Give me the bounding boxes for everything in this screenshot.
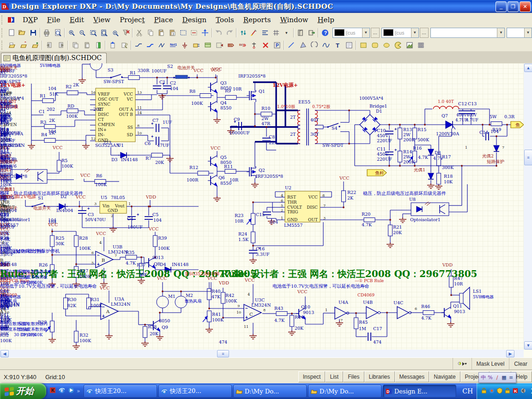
bezier-icon[interactable] <box>320 40 332 51</box>
tab-schematic-document[interactable]: 电鱼机原理图(自制).SCHDOC <box>1 53 107 63</box>
net-label-icon[interactable]: Net1 <box>167 40 179 51</box>
langbar-icon-2[interactable]: / <box>494 375 500 381</box>
menu-view[interactable]: View <box>89 14 115 25</box>
quicklaunch-chevron[interactable]: » <box>77 388 80 394</box>
selection-filter-dropdown[interactable]: ▼ <box>430 28 505 38</box>
wizard-pencil-icon[interactable] <box>249 27 260 38</box>
quicklaunch-launcher-icon[interactable]: K <box>49 387 56 396</box>
clip-paste-icon[interactable] <box>81 40 92 51</box>
langbar-icon-4[interactable]: ≡ <box>508 375 514 381</box>
graphic-icon[interactable] <box>404 40 415 51</box>
preview-icon[interactable] <box>52 27 63 38</box>
minimize-button[interactable]: _ <box>496 1 507 12</box>
wire-icon[interactable] <box>133 40 144 51</box>
part-icon[interactable] <box>190 40 202 51</box>
polygon-icon[interactable] <box>297 40 308 51</box>
langbar-icon-0[interactable]: 中 <box>480 374 486 381</box>
clip-copy-icon[interactable] <box>69 40 81 51</box>
horizontal-scrollbar[interactable]: ◀ ≡ ▶ <box>0 350 524 357</box>
color-browse-button[interactable]: ... <box>371 28 380 38</box>
color-dropdown-2[interactable]: (cus▼ <box>381 28 419 38</box>
deselect-icon[interactable] <box>189 27 200 38</box>
undo-icon[interactable] <box>213 27 224 38</box>
zoom-area-icon[interactable] <box>88 27 99 38</box>
port-icon[interactable]: D1 <box>225 40 236 51</box>
panel-button-libraries[interactable]: Libraries <box>364 371 395 382</box>
redo-icon[interactable] <box>224 27 235 38</box>
scale-dropdown[interactable]: ▼ <box>507 28 532 38</box>
vertical-scroll-thumb[interactable]: ≡ <box>524 150 532 165</box>
text-frame-icon[interactable] <box>343 40 355 51</box>
menu-reports[interactable]: Reports <box>239 14 276 25</box>
lib-extract-icon[interactable] <box>306 27 317 38</box>
line-icon[interactable] <box>285 40 297 51</box>
paste-recall-icon[interactable]: 3 <box>167 27 178 38</box>
mask-level-icon-button[interactable] <box>453 358 472 370</box>
zoom-point-icon[interactable] <box>109 27 121 38</box>
ellipse-icon[interactable] <box>381 40 392 51</box>
schematic-canvas[interactable]: +++++++++鱼杆鱼–+–+–+5V8蜂鸣器S3SW-SPSTR1330R1… <box>0 63 524 350</box>
grid-hash-icon[interactable] <box>271 27 282 38</box>
menu-project[interactable]: Project <box>115 14 149 25</box>
start-button[interactable]: 开始 <box>0 383 46 399</box>
doc-green-icon[interactable] <box>92 40 104 51</box>
align-objects-icon[interactable] <box>260 27 271 38</box>
bus-icon[interactable] <box>144 40 156 51</box>
taskbar-button-d-my-do-[interactable]: D:\My Do... <box>308 385 381 398</box>
panel-button-list[interactable]: List <box>325 371 343 382</box>
taskbar-button--20-[interactable]: e快活王20... <box>158 385 232 398</box>
doc-next-icon[interactable] <box>55 40 66 51</box>
mask-level-button[interactable]: Mask Level <box>472 358 509 370</box>
taskbar-button-d-my-do-[interactable]: D:\My Do... <box>233 385 307 398</box>
menu-window[interactable]: Window <box>275 14 313 25</box>
round-rect-icon[interactable] <box>369 40 381 51</box>
language-bar[interactable]: 中%/▦≡ <box>478 372 516 383</box>
sort-updown-icon[interactable] <box>238 27 249 38</box>
panel-button-inspect[interactable]: Inspect <box>298 371 326 382</box>
restore-button[interactable]: ❐ <box>508 1 519 12</box>
doc-new-icon[interactable]: * <box>18 40 29 51</box>
doc-up-icon[interactable] <box>107 40 118 51</box>
menu-dxp[interactable]: DXP <box>18 14 42 25</box>
pie-icon[interactable] <box>392 40 404 51</box>
vertical-scrollbar[interactable]: ▲ ≡ ▼ <box>524 63 532 350</box>
select-rect-icon[interactable] <box>178 27 189 38</box>
print-icon[interactable] <box>42 27 53 38</box>
gnd-power-icon[interactable] <box>179 40 190 51</box>
probe-icon[interactable] <box>248 40 260 51</box>
doc-tools-icon[interactable] <box>118 40 130 51</box>
cut-icon[interactable] <box>134 27 145 38</box>
scroll-up-button[interactable]: ▲ <box>524 64 532 72</box>
copy-icon[interactable] <box>145 27 156 38</box>
dxp-menu-icon[interactable] <box>7 16 15 24</box>
taskbar-button-design-e-[interactable]: DDesign E... <box>383 385 456 398</box>
panel-button-messages[interactable]: Messages <box>395 371 429 382</box>
menu-place[interactable]: Place <box>149 14 177 25</box>
menu-file[interactable]: File <box>42 14 65 25</box>
panel-button-navigate[interactable]: Navigate <box>429 371 460 382</box>
off-sheet-icon[interactable]: D1 <box>236 40 248 51</box>
array-icon[interactable] <box>415 40 427 51</box>
grid-menu-icon[interactable]: ▾ <box>281 27 292 38</box>
language-indicator[interactable]: CH <box>459 387 477 395</box>
zoom-out-icon[interactable] <box>77 27 88 38</box>
arc-icon[interactable] <box>308 40 320 51</box>
pcb-rule-icon[interactable]: P <box>271 40 283 51</box>
taskbar-button--20-[interactable]: e快活王20... <box>84 385 157 398</box>
close-button[interactable]: ✕ <box>520 1 531 12</box>
tray-antivirus-k-icon[interactable]: K <box>512 387 519 396</box>
color-dropdown-1[interactable]: (cus▼ <box>332 28 370 38</box>
scroll-down-button[interactable]: ▼ <box>524 341 532 350</box>
lib-make-icon[interactable] <box>295 27 306 38</box>
sheet-entry-icon[interactable] <box>213 40 225 51</box>
rect-icon[interactable] <box>357 40 369 51</box>
doc-prev-icon[interactable] <box>43 40 55 51</box>
menu-design[interactable]: Design <box>178 14 212 25</box>
scroll-right-button[interactable]: ▶ <box>506 350 514 357</box>
sheet-symbol-icon[interactable] <box>202 40 213 51</box>
langbar-icon-3[interactable]: ▦ <box>501 375 507 381</box>
quicklaunch-media-icon[interactable] <box>67 387 75 396</box>
menu-help[interactable]: Help <box>313 14 339 25</box>
menu-tools[interactable]: Tools <box>211 14 238 25</box>
doc-import-icon[interactable] <box>29 40 41 51</box>
